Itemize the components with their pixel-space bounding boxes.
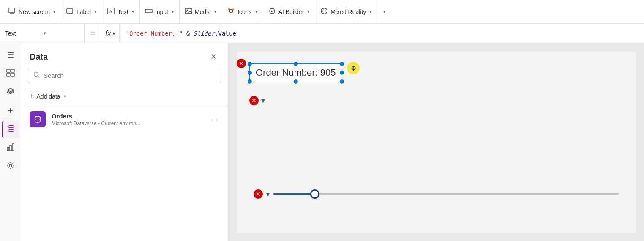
text-delete-button[interactable]: ✕ bbox=[237, 59, 246, 68]
formula-bar: Text ▾ = fx ▾ "Order Number: " & Slider.… bbox=[0, 24, 644, 43]
svg-text:A: A bbox=[109, 9, 112, 14]
equals-sign: = bbox=[85, 24, 101, 43]
icons-button[interactable]: Icons ▾ bbox=[222, 0, 263, 23]
new-screen-button[interactable]: New screen ▾ bbox=[3, 0, 61, 23]
sidebar-item-settings[interactable] bbox=[2, 158, 19, 175]
move-icon[interactable]: ✥ bbox=[347, 62, 360, 74]
input-chevron: ▾ bbox=[172, 9, 174, 14]
add-data-label: Add data bbox=[37, 93, 60, 100]
main-toolbar: New screen ▾ Label ▾ A Text ▾ Input ▾ Me… bbox=[0, 0, 644, 24]
second-delete-button[interactable]: ✕ bbox=[249, 96, 259, 105]
label-label: Label bbox=[76, 8, 91, 15]
property-chevron: ▾ bbox=[44, 30, 79, 36]
orders-item-info: Orders Microsoft Dataverse - Current env… bbox=[52, 112, 203, 126]
svg-point-11 bbox=[228, 8, 230, 10]
text-label: Text bbox=[117, 8, 128, 15]
canvas-area: ✕ Order Number: 905 ✥ bbox=[228, 43, 644, 241]
second-element-controls: ✕ ▾ bbox=[249, 96, 265, 105]
media-chevron: ▾ bbox=[214, 9, 217, 14]
handle-tl[interactable] bbox=[248, 62, 252, 66]
handle-br[interactable] bbox=[340, 79, 344, 84]
ai-builder-button[interactable]: AI Builder ▾ bbox=[263, 0, 316, 23]
handle-tc[interactable] bbox=[294, 62, 298, 66]
svg-point-13 bbox=[270, 8, 275, 14]
orders-description: Microsoft Dataverse - Current environ... bbox=[52, 120, 203, 126]
close-icon: ✕ bbox=[210, 52, 217, 61]
toolbar-overflow-button[interactable]: ▾ bbox=[377, 0, 391, 23]
slider-delete-button[interactable]: ✕ bbox=[254, 189, 263, 199]
new-screen-chevron: ▾ bbox=[53, 9, 56, 14]
slider-thumb[interactable] bbox=[310, 189, 319, 199]
icons-icon bbox=[227, 7, 235, 16]
fx-label: fx bbox=[106, 30, 111, 37]
handle-mr[interactable] bbox=[340, 71, 344, 75]
mixed-reality-label: Mixed Reality bbox=[330, 8, 366, 15]
handle-ml[interactable] bbox=[248, 71, 252, 75]
text-button[interactable]: A Text ▾ bbox=[102, 0, 140, 23]
settings-icon bbox=[6, 162, 15, 172]
input-icon bbox=[145, 7, 153, 16]
hamburger-menu-icon: ☰ bbox=[7, 50, 14, 60]
sidebar-item-menu[interactable]: ☰ bbox=[2, 47, 19, 63]
overflow-chevron: ▾ bbox=[383, 9, 386, 14]
label-button[interactable]: Label ▾ bbox=[61, 0, 102, 23]
icons-chevron: ▾ bbox=[255, 9, 258, 14]
svg-point-12 bbox=[232, 8, 234, 10]
mixed-reality-icon bbox=[320, 7, 328, 16]
add-circle-icon: + bbox=[8, 105, 13, 116]
svg-rect-8 bbox=[185, 8, 192, 14]
slider-chevron[interactable]: ▾ bbox=[266, 190, 270, 198]
data-item-orders[interactable]: Orders Microsoft Dataverse - Current env… bbox=[21, 106, 228, 132]
orders-icon bbox=[30, 111, 46, 127]
property-selector[interactable]: Text ▾ bbox=[0, 24, 85, 43]
canvas-content: ✕ Order Number: 905 ✥ bbox=[237, 52, 636, 233]
svg-point-18 bbox=[8, 125, 14, 127]
new-screen-icon bbox=[8, 7, 16, 16]
data-panel-header: Data ✕ bbox=[21, 43, 228, 68]
data-panel: Data ✕ + Add data ▾ Orders Microsoft Dat bbox=[21, 43, 228, 241]
input-label: Input bbox=[155, 8, 168, 15]
svg-rect-20 bbox=[10, 145, 11, 151]
icons-label: Icons bbox=[237, 8, 251, 15]
ai-builder-label: AI Builder bbox=[278, 8, 304, 15]
sidebar-item-data[interactable] bbox=[2, 121, 19, 138]
handle-bc[interactable] bbox=[294, 79, 298, 84]
svg-rect-15 bbox=[11, 69, 14, 72]
slider-element[interactable]: ✕ ▾ bbox=[254, 189, 619, 199]
media-icon bbox=[185, 7, 192, 16]
mixed-reality-button[interactable]: Mixed Reality ▾ bbox=[315, 0, 377, 23]
handle-bl[interactable] bbox=[248, 79, 252, 84]
orders-more-button[interactable]: ··· bbox=[209, 113, 219, 126]
sidebar-item-layers[interactable] bbox=[2, 84, 19, 101]
svg-point-25 bbox=[35, 116, 40, 118]
media-label: Media bbox=[195, 8, 211, 15]
svg-line-24 bbox=[38, 76, 40, 78]
media-button[interactable]: Media ▾ bbox=[180, 0, 222, 23]
search-input[interactable] bbox=[44, 72, 216, 79]
sidebar-item-analytics[interactable] bbox=[2, 140, 19, 156]
handle-tr[interactable] bbox=[340, 62, 344, 66]
data-panel-title: Data bbox=[30, 52, 48, 62]
svg-point-9 bbox=[187, 9, 188, 11]
slider-track[interactable] bbox=[273, 193, 619, 195]
second-chevron[interactable]: ▾ bbox=[261, 96, 265, 105]
add-data-chevron: ▾ bbox=[64, 93, 66, 99]
formula-input[interactable]: "Order Number: " & Slider.Value bbox=[120, 30, 644, 37]
text-element[interactable]: ✕ Order Number: 905 ✥ bbox=[249, 63, 342, 82]
fx-button[interactable]: fx ▾ bbox=[101, 24, 120, 43]
search-box bbox=[28, 68, 221, 83]
data-panel-close-button[interactable]: ✕ bbox=[207, 51, 219, 63]
data-icon bbox=[7, 124, 15, 135]
text-box[interactable]: Order Number: 905 ✥ bbox=[249, 63, 342, 82]
fx-chevron: ▾ bbox=[112, 30, 115, 36]
svg-point-10 bbox=[229, 9, 233, 13]
left-icon-sidebar: ☰ + bbox=[0, 43, 21, 241]
screens-icon bbox=[6, 68, 15, 79]
input-button[interactable]: Input ▾ bbox=[140, 0, 180, 23]
ai-builder-chevron: ▾ bbox=[307, 9, 310, 14]
add-data-button[interactable]: + Add data ▾ bbox=[21, 88, 228, 106]
sidebar-item-add[interactable]: + bbox=[2, 102, 19, 119]
layers-icon bbox=[6, 87, 15, 98]
search-icon bbox=[33, 71, 40, 79]
sidebar-item-screens[interactable] bbox=[2, 65, 19, 82]
